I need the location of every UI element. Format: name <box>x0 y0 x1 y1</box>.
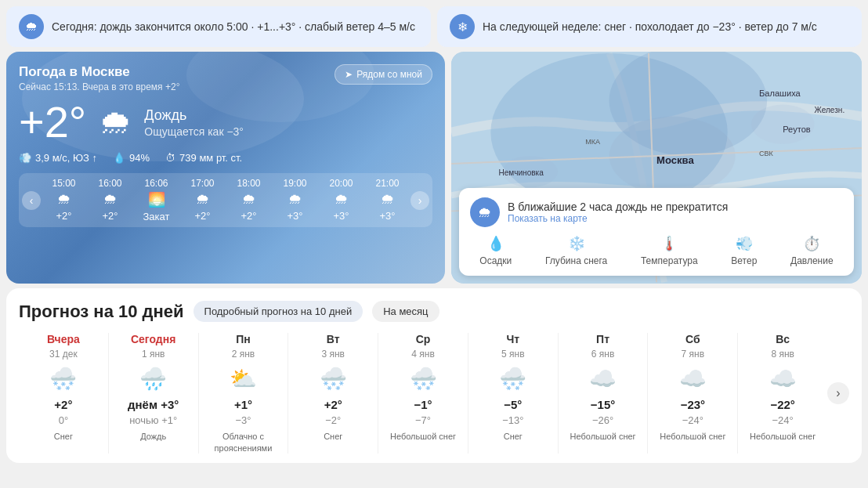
svg-text:СВК: СВК <box>759 150 774 157</box>
rain-tab-item[interactable]: 💧 Осадки <box>479 235 512 266</box>
monthly-forecast-button[interactable]: На месяц <box>372 301 439 322</box>
today-banner[interactable]: 🌧 Сегодня: дождь закончится около 5:00 ·… <box>6 6 431 47</box>
day-temp-high: −23° <box>681 398 705 411</box>
day-description: Снег <box>324 431 342 442</box>
forecast-day[interactable]: Чт 5 янв 🌨️ −5° −13° Снег <box>468 333 559 454</box>
detailed-forecast-button[interactable]: Подробный прогноз на 10 дней <box>193 301 363 322</box>
weather-stats: 💨 3,9 м/с, ЮЗ ↑ 💧 94% ⏱ 739 мм рт. ст. <box>19 152 432 164</box>
day-temp-low: −7° <box>415 414 431 426</box>
rain-tab-item[interactable]: ❄️ Глубина снега <box>545 235 607 266</box>
day-temp-high: +2° <box>324 398 342 411</box>
day-temp-low: −13° <box>502 414 523 426</box>
widget-title-block: Погода в Москве Сейчас 15:13. Вчера в эт… <box>19 64 179 92</box>
main-content: Погода в Москве Сейчас 15:13. Вчера в эт… <box>0 52 868 284</box>
forecast-day[interactable]: Сб 7 янв ☁️ −23° −24° Небольшой снег <box>648 333 738 454</box>
widget-header: Погода в Москве Сейчас 15:13. Вчера в эт… <box>19 64 432 92</box>
rain-info-card: 🌧 В ближайшие 2 часа дождь не прекратитс… <box>459 188 854 276</box>
svg-text:Москва: Москва <box>656 154 694 166</box>
svg-text:Железн.: Железн. <box>815 106 845 114</box>
rain-tab-label: Температура <box>641 255 698 266</box>
hourly-temp: +3° <box>287 210 302 222</box>
next-week-banner[interactable]: ❄ На следующей неделе: снег · похолодает… <box>437 6 862 47</box>
day-temp-low: −2° <box>325 414 341 426</box>
hourly-hour: 19:00 <box>283 178 306 189</box>
day-description: Небольшой снег <box>660 431 725 442</box>
wind-icon: 💨 <box>19 152 31 164</box>
rain-tab-item[interactable]: ⏱️ Давление <box>790 235 834 266</box>
day-description: Небольшой снег <box>570 431 636 442</box>
humidity-stat: 💧 94% <box>113 152 150 164</box>
day-date: 31 дек <box>49 349 78 360</box>
day-temp-high: −1° <box>414 398 432 411</box>
pressure-stat: ⏱ 739 мм рт. ст. <box>165 152 242 164</box>
day-description: Небольшой снег <box>750 431 816 442</box>
hourly-icon: 🌧 <box>335 191 349 208</box>
widget-subtitle: Сейчас 15:13. Вчера в это время +2° <box>19 81 179 92</box>
hourly-icon: 🌧 <box>57 191 71 208</box>
hourly-temp: +3° <box>379 210 395 222</box>
today-banner-text: Сегодня: дождь закончится около 5:00 · +… <box>52 20 415 33</box>
hourly-item: 15:00 🌧 +2° <box>42 178 87 222</box>
day-temp-low: −26° <box>592 414 613 426</box>
day-temp-high: днём +3° <box>128 398 179 411</box>
day-description: Снег <box>54 431 73 442</box>
day-temp-low: −3° <box>235 414 251 426</box>
forecast-day[interactable]: Пн 2 янв ⛅ +1° −3° Облачно с прояснениям… <box>199 333 289 454</box>
day-weather-icon: ☁️ <box>679 366 707 392</box>
forecast-day[interactable]: Вт 3 янв 🌨️ +2° −2° Снег <box>288 333 378 454</box>
forecast-day[interactable]: Пт 6 янв ☁️ −15° −26° Небольшой снег <box>559 333 649 454</box>
weather-description: Дождь Ощущается как −3° <box>144 107 244 138</box>
rain-map-link[interactable]: Показать на карте <box>508 213 728 224</box>
forecast-day[interactable]: Вс 8 янв ☁️ −22° −24° Небольшой снег <box>738 333 827 454</box>
day-temp-high: +1° <box>234 398 252 411</box>
hourly-items: 15:00 🌧 +2° 16:00 🌧 +2° 16:06 🌅 Закат 17… <box>41 178 410 222</box>
day-description: Дождь <box>140 431 166 442</box>
rain-card-top: 🌧 В ближайшие 2 часа дождь не прекратитс… <box>470 197 843 227</box>
wind-stat: 💨 3,9 м/с, ЮЗ ↑ <box>19 152 97 164</box>
day-date: 4 янв <box>411 349 435 360</box>
nearby-button[interactable]: ➤ Рядом со мной <box>335 64 432 85</box>
hourly-icon: 🌧 <box>242 191 256 208</box>
day-weather-icon: 🌨️ <box>410 366 437 392</box>
day-name: Вт <box>327 333 340 345</box>
rain-tab-label: Давление <box>790 255 834 266</box>
current-weather-icon: 🌧 <box>99 103 132 141</box>
hourly-icon: 🌅 <box>148 191 165 208</box>
hourly-temp: +2° <box>241 210 256 222</box>
day-description: Небольшой снег <box>390 431 456 442</box>
hourly-temp: Закат <box>143 211 170 222</box>
day-temp-low: 0° <box>59 414 68 426</box>
widget-title: Погода в Москве <box>19 64 179 80</box>
day-weather-icon: ☁️ <box>589 366 617 392</box>
forecast-day[interactable]: Ср 4 янв 🌨️ −1° −7° Небольшой снег <box>378 333 468 454</box>
hourly-item: 18:00 🌧 +2° <box>226 178 272 222</box>
next-week-banner-text: На следующей неделе: снег · похолодает д… <box>483 20 817 33</box>
rain-title: В ближайшие 2 часа дождь не прекратится <box>508 201 728 213</box>
svg-text:Реутов: Реутов <box>783 125 811 134</box>
forecast-day[interactable]: Сегодня 1 янв 🌧️ днём +3° ночью +1° Дожд… <box>109 333 199 454</box>
hourly-forecast-row: ‹ 15:00 🌧 +2° 16:00 🌧 +2° 16:06 🌅 Закат … <box>19 173 432 227</box>
hourly-temp: +2° <box>194 210 210 222</box>
temperature-section: +2° 🌧 Дождь Ощущается как −3° <box>19 100 432 144</box>
rain-info-text: В ближайшие 2 часа дождь не прекратится … <box>508 201 728 224</box>
weather-condition: Дождь <box>144 107 244 124</box>
hourly-hour: 16:00 <box>98 178 121 189</box>
rain-tab-item[interactable]: 🌡️ Температура <box>641 235 698 266</box>
day-name: Вчера <box>47 333 80 345</box>
forecast-day[interactable]: Вчера 31 дек 🌨️ +2° 0° Снег <box>19 333 109 454</box>
hourly-temp: +2° <box>102 210 118 222</box>
day-date: 7 янв <box>682 349 705 360</box>
next-week-banner-icon: ❄ <box>450 14 475 39</box>
day-weather-icon: ☁️ <box>769 366 797 392</box>
hourly-icon: 🌧 <box>288 191 302 208</box>
pressure-value: 739 мм рт. ст. <box>179 152 242 164</box>
rain-tab-icon: 💧 <box>487 235 505 252</box>
hourly-next-button[interactable]: › <box>410 191 429 210</box>
weather-widget: Погода в Москве Сейчас 15:13. Вчера в эт… <box>6 52 445 284</box>
day-date: 2 янв <box>232 349 255 360</box>
day-weather-icon: ⛅ <box>230 366 257 392</box>
hourly-item: 21:00 🌧 +3° <box>365 178 410 222</box>
rain-tab-item[interactable]: 💨 Ветер <box>731 235 757 266</box>
forecast-next-button[interactable]: › <box>827 382 849 404</box>
hourly-prev-button[interactable]: ‹ <box>22 191 41 210</box>
